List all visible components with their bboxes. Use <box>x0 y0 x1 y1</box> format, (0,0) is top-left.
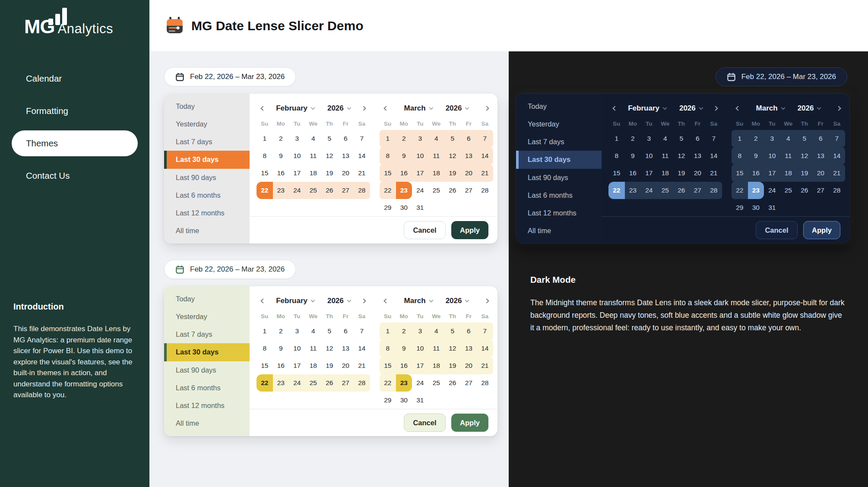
day-cell[interactable]: 7 <box>829 130 845 147</box>
date-range-button[interactable]: Feb 22, 2026 – Mar 23, 2026 <box>164 67 296 86</box>
day-cell[interactable]: 16 <box>396 164 412 182</box>
day-cell[interactable]: 11 <box>780 147 797 164</box>
day-cell[interactable]: 28 <box>706 182 722 199</box>
day-cell[interactable]: 26 <box>321 374 338 392</box>
month-dropdown[interactable]: February <box>276 104 314 113</box>
day-cell[interactable]: 9 <box>273 147 289 164</box>
day-cell[interactable]: 30 <box>396 199 412 216</box>
day-cell[interactable]: 19 <box>673 164 690 182</box>
day-cell[interactable]: 6 <box>461 130 477 147</box>
day-cell[interactable]: 10 <box>641 147 657 164</box>
day-cell[interactable]: 8 <box>380 147 396 164</box>
day-cell[interactable]: 31 <box>412 392 428 409</box>
day-cell[interactable]: 15 <box>380 357 396 374</box>
day-cell[interactable]: 14 <box>354 147 370 164</box>
day-cell[interactable]: 18 <box>305 164 322 182</box>
day-cell[interactable]: 22 <box>257 182 273 199</box>
day-cell[interactable]: 4 <box>657 130 674 147</box>
day-cell[interactable]: 22 <box>608 182 625 199</box>
day-cell[interactable]: 23 <box>748 182 764 199</box>
day-cell[interactable]: 18 <box>428 164 445 182</box>
prev-month-button[interactable] <box>257 103 269 114</box>
day-cell[interactable]: 15 <box>257 164 273 182</box>
preset-last-7-days[interactable]: Last 7 days <box>164 133 250 151</box>
day-cell[interactable]: 4 <box>305 130 322 147</box>
day-cell[interactable]: 23 <box>273 374 289 392</box>
preset-last-30-days[interactable]: Last 30 days <box>164 151 250 168</box>
preset-today[interactable]: Today <box>164 290 250 308</box>
day-cell[interactable]: 31 <box>412 199 428 216</box>
day-cell[interactable]: 2 <box>748 130 764 147</box>
day-cell[interactable]: 12 <box>444 340 461 357</box>
day-cell[interactable]: 5 <box>796 130 813 147</box>
preset-all-time[interactable]: All time <box>164 222 250 240</box>
day-cell[interactable]: 1 <box>380 130 396 147</box>
apply-button[interactable]: Apply <box>803 221 840 239</box>
preset-yesterday[interactable]: Yesterday <box>164 115 250 133</box>
day-cell[interactable]: 4 <box>780 130 797 147</box>
day-cell[interactable]: 11 <box>428 340 445 357</box>
day-cell[interactable]: 18 <box>428 357 445 374</box>
day-cell[interactable]: 9 <box>748 147 764 164</box>
preset-today[interactable]: Today <box>164 98 250 115</box>
day-cell[interactable]: 27 <box>461 182 477 199</box>
day-cell[interactable]: 16 <box>273 164 289 182</box>
date-range-button[interactable]: Feb 22, 2026 – Mar 23, 2026 <box>164 260 296 279</box>
day-cell[interactable]: 26 <box>444 374 461 392</box>
apply-button[interactable]: Apply <box>451 414 488 432</box>
day-cell[interactable]: 9 <box>273 340 289 357</box>
day-cell[interactable]: 11 <box>428 147 445 164</box>
day-cell[interactable]: 16 <box>273 357 289 374</box>
day-cell[interactable]: 6 <box>690 130 706 147</box>
day-cell[interactable]: 25 <box>780 182 797 199</box>
preset-today[interactable]: Today <box>516 98 602 115</box>
day-cell[interactable]: 5 <box>444 323 461 340</box>
day-cell[interactable]: 26 <box>673 182 690 199</box>
day-cell[interactable]: 7 <box>477 130 493 147</box>
day-cell[interactable]: 30 <box>396 392 412 409</box>
day-cell[interactable]: 19 <box>444 357 461 374</box>
day-cell[interactable]: 13 <box>338 340 354 357</box>
day-cell[interactable]: 10 <box>289 340 305 357</box>
day-cell[interactable]: 24 <box>641 182 657 199</box>
day-cell[interactable]: 8 <box>380 340 396 357</box>
day-cell[interactable]: 28 <box>477 182 493 199</box>
day-cell[interactable]: 26 <box>321 182 338 199</box>
day-cell[interactable]: 20 <box>338 357 354 374</box>
day-cell[interactable]: 12 <box>321 340 338 357</box>
day-cell[interactable]: 31 <box>764 199 780 216</box>
preset-last-90-days[interactable]: Last 90 days <box>516 169 602 187</box>
day-cell[interactable]: 21 <box>829 164 845 182</box>
day-cell[interactable]: 2 <box>625 130 641 147</box>
day-cell[interactable]: 29 <box>380 392 396 409</box>
day-cell[interactable]: 11 <box>305 340 322 357</box>
day-cell[interactable]: 2 <box>396 323 412 340</box>
day-cell[interactable]: 25 <box>428 374 445 392</box>
preset-last-6-months[interactable]: Last 6 months <box>164 187 250 204</box>
day-cell[interactable]: 1 <box>732 130 748 147</box>
day-cell[interactable]: 9 <box>625 147 641 164</box>
day-cell[interactable]: 14 <box>354 340 370 357</box>
day-cell[interactable]: 4 <box>428 323 445 340</box>
sidebar-item-themes[interactable]: Themes <box>12 130 138 156</box>
day-cell[interactable]: 22 <box>380 182 396 199</box>
day-cell[interactable]: 15 <box>257 357 273 374</box>
month-dropdown[interactable]: March <box>756 104 785 113</box>
day-cell[interactable]: 6 <box>338 130 354 147</box>
day-cell[interactable]: 20 <box>690 164 706 182</box>
preset-last-12-months[interactable]: Last 12 months <box>164 397 250 414</box>
day-cell[interactable]: 25 <box>305 182 322 199</box>
day-cell[interactable]: 14 <box>477 340 493 357</box>
day-cell[interactable]: 3 <box>764 130 780 147</box>
day-cell[interactable]: 24 <box>412 182 428 199</box>
day-cell[interactable]: 4 <box>428 130 445 147</box>
day-cell[interactable]: 14 <box>477 147 493 164</box>
prev-month-button[interactable] <box>732 103 744 114</box>
day-cell[interactable]: 3 <box>289 323 305 340</box>
preset-last-30-days[interactable]: Last 30 days <box>516 151 602 168</box>
prev-month-button[interactable] <box>380 295 392 307</box>
preset-last-7-days[interactable]: Last 7 days <box>516 133 602 151</box>
day-cell[interactable]: 18 <box>657 164 674 182</box>
day-cell[interactable]: 21 <box>477 164 493 182</box>
preset-last-7-days[interactable]: Last 7 days <box>164 326 250 343</box>
